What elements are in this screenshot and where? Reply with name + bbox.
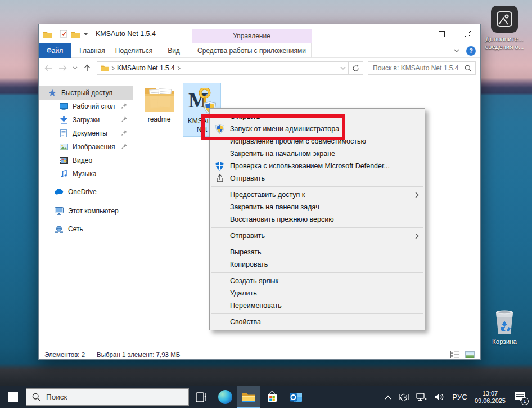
menu-item-cut[interactable]: Вырезать xyxy=(210,246,425,258)
menu-item-send-to[interactable]: Отправить xyxy=(210,230,425,242)
sidebar-item-onedrive[interactable]: OneDrive xyxy=(39,185,133,199)
sidebar-item-label: Сеть xyxy=(68,225,83,233)
large-icons-view-icon[interactable] xyxy=(465,351,475,358)
sidebar-item-music[interactable]: Музыка xyxy=(39,167,133,181)
menu-item-create-shortcut[interactable]: Создать ярлык xyxy=(210,275,425,287)
start-button[interactable] xyxy=(0,386,26,408)
sidebar-item-label: Этот компьютер xyxy=(68,207,119,215)
taskbar-search-box[interactable]: Поиск xyxy=(26,388,189,406)
quick-access-toolbar xyxy=(39,30,92,38)
refresh-icon xyxy=(352,65,359,72)
menu-separator xyxy=(211,313,423,314)
tray-expand-chevron-icon[interactable] xyxy=(385,395,391,400)
breadcrumb-chevron-icon[interactable] xyxy=(111,66,115,71)
sidebar-item-downloads[interactable]: Загрузки xyxy=(39,113,133,127)
sidebar-item-this-pc[interactable]: Этот компьютер xyxy=(39,204,133,218)
documents-icon xyxy=(59,129,68,138)
breadcrumb[interactable]: KMSAuto Net 1.5.4 xyxy=(117,64,175,72)
image-icon xyxy=(496,11,513,28)
divider xyxy=(91,351,91,358)
maximize-icon xyxy=(439,31,445,37)
minimize-button[interactable] xyxy=(403,24,429,43)
tab-share[interactable]: Поделиться xyxy=(112,43,156,58)
ribbon-tabs: Файл Главная Поделиться Вид Средства раб… xyxy=(39,43,480,58)
menu-item-properties[interactable]: Свойства xyxy=(210,316,425,328)
sidebar-item-quick-access[interactable]: Быстрый доступ xyxy=(39,86,133,100)
window-title: KMSAuto Net 1.5.4 xyxy=(96,30,156,38)
sidebar-item-documents[interactable]: Документы xyxy=(39,127,133,140)
action-center-button[interactable]: 1 xyxy=(513,391,526,404)
menu-item-restore-previous-version[interactable]: Восстановить прежнюю версию xyxy=(210,213,425,226)
sidebar-item-label: Быстрый доступ xyxy=(61,89,112,97)
menu-separator xyxy=(211,272,423,273)
customize-qat-chevron-icon[interactable] xyxy=(83,33,88,35)
sidebar-item-label: OneDrive xyxy=(68,188,97,196)
close-icon xyxy=(465,31,471,37)
new-folder-icon[interactable] xyxy=(71,30,80,38)
refresh-button[interactable] xyxy=(349,61,363,75)
forward-button-icon[interactable] xyxy=(58,65,67,71)
close-button[interactable] xyxy=(454,24,480,43)
task-view-button[interactable] xyxy=(190,386,213,408)
divider xyxy=(56,30,56,38)
desktop-icon-label: сведения о... xyxy=(479,43,530,51)
help-button[interactable]: ? xyxy=(466,46,476,56)
recent-locations-chevron-icon[interactable] xyxy=(73,66,78,70)
music-icon xyxy=(59,169,68,178)
tab-view[interactable]: Вид xyxy=(159,43,188,58)
sidebar-item-videos[interactable]: Видео xyxy=(39,154,133,167)
sidebar-item-pictures[interactable]: Изображения xyxy=(39,140,133,154)
breadcrumb-folder-icon xyxy=(101,65,109,71)
breadcrumb-chevron-icon[interactable] xyxy=(177,66,181,71)
taskbar-search-placeholder: Поиск xyxy=(46,393,67,401)
highlight-rectangle xyxy=(201,114,345,140)
videos-icon xyxy=(59,156,68,165)
menu-item-delete[interactable]: Удалить xyxy=(210,287,425,299)
volume-icon[interactable] xyxy=(434,393,445,401)
maximize-button[interactable] xyxy=(429,24,454,43)
language-indicator[interactable]: РУС xyxy=(452,393,467,401)
search-box[interactable]: Поиск в: KMSAuto Net 1.5.4 xyxy=(368,61,476,75)
details-view-icon[interactable] xyxy=(450,351,459,358)
clock[interactable]: 13:07 09.06.2025 xyxy=(475,390,506,405)
taskbar-outlook-button[interactable] xyxy=(285,386,307,408)
address-bar[interactable]: KMSAuto Net 1.5.4 xyxy=(97,61,349,75)
up-button-icon[interactable] xyxy=(83,64,91,72)
recycle-bin-label: Корзина xyxy=(479,338,530,346)
tab-home[interactable]: Главная xyxy=(75,43,109,58)
taskbar-explorer-button[interactable] xyxy=(237,386,260,408)
sidebar-item-label: Изображения xyxy=(73,143,115,151)
sidebar-item-network[interactable]: Сеть xyxy=(39,222,133,236)
sidebar-item-desktop[interactable]: Рабочий стол xyxy=(39,100,133,113)
tab-file[interactable]: Файл xyxy=(39,43,71,58)
date: 09.06.2025 xyxy=(475,397,506,405)
desktop-icon-additional-info[interactable]: Дополните... сведения о... xyxy=(479,6,530,51)
menu-item-scan-with-defender[interactable]: Проверка с использованием Microsoft Defe… xyxy=(210,160,425,172)
back-button-icon[interactable] xyxy=(44,65,53,71)
address-dropdown-chevron-icon[interactable] xyxy=(340,66,346,70)
sidebar-item-label: Рабочий стол xyxy=(73,102,115,110)
properties-icon[interactable] xyxy=(60,30,67,38)
file-readme[interactable]: readme xyxy=(140,83,178,124)
menu-item-give-access[interactable]: Предоставить доступ к xyxy=(210,189,425,201)
sidebar-item-label: Документы xyxy=(73,129,107,137)
tab-app-tools[interactable]: Средства работы с приложениями xyxy=(192,43,312,58)
search-icon[interactable] xyxy=(465,65,472,72)
sidebar-item-label: Видео xyxy=(73,156,92,164)
submenu-chevron-icon xyxy=(415,192,419,198)
tray-cast-icon[interactable] xyxy=(399,393,409,402)
menu-item-pin-to-taskbar[interactable]: Закрепить на панели задач xyxy=(210,201,425,213)
menu-item-copy[interactable]: Копировать xyxy=(210,258,425,271)
desktop-icon-recycle-bin[interactable]: Корзина xyxy=(479,308,530,346)
collapse-ribbon-chevron-icon[interactable] xyxy=(454,49,459,52)
menu-item-pin-to-start[interactable]: Закрепить на начальном экране xyxy=(210,147,425,160)
taskbar-store-button[interactable] xyxy=(261,386,283,408)
notification-badge: 1 xyxy=(521,397,529,405)
menu-item-rename[interactable]: Переименовать xyxy=(210,299,425,312)
pin-icon xyxy=(121,116,127,124)
taskbar-edge-button[interactable] xyxy=(214,386,236,408)
quick-access-star-icon xyxy=(48,88,57,97)
recycle-bin-icon xyxy=(492,308,517,337)
network-icon[interactable] xyxy=(416,393,427,401)
menu-item-share[interactable]: Отправить xyxy=(210,172,425,185)
